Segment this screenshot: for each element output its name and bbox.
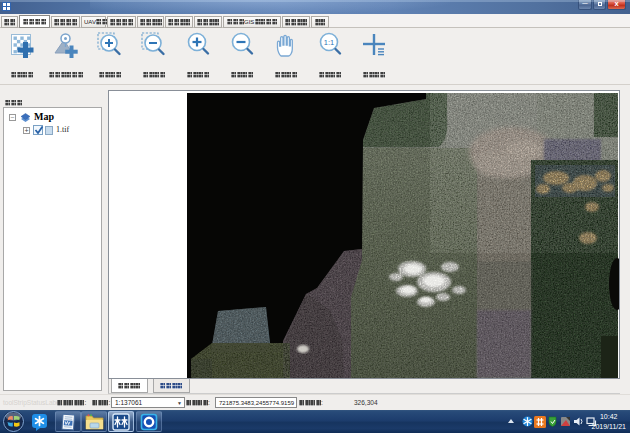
svg-text:1:1: 1:1 — [324, 38, 334, 47]
